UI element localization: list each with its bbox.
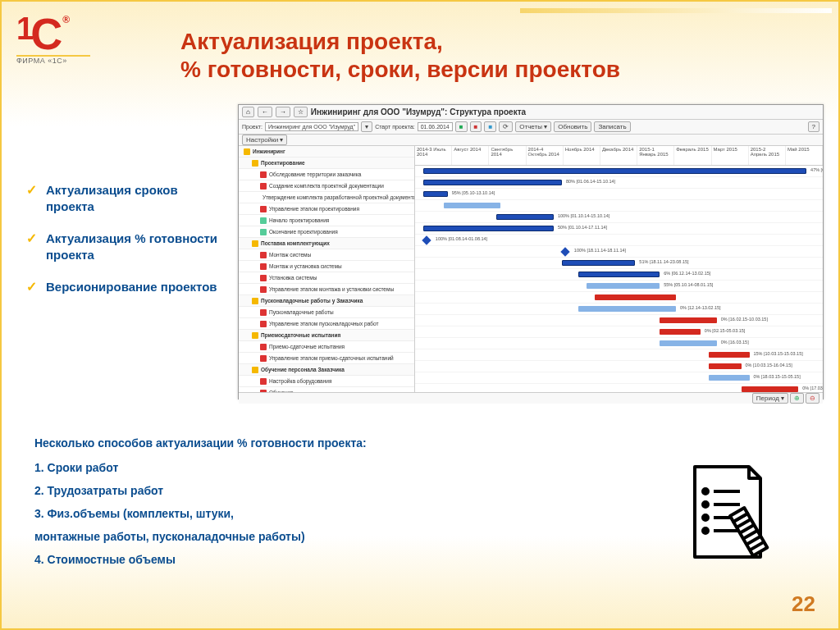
bottom-item: 4. Стоимостные объемы xyxy=(34,553,494,566)
gantt-bar[interactable] xyxy=(423,191,448,197)
bullet-item: Актуализация % готовности проекта xyxy=(26,231,223,262)
task-row[interactable]: Проектирование xyxy=(239,158,414,169)
task-name: Утверждение комплекта разработанной прое… xyxy=(262,194,414,200)
task-row[interactable]: Поставка комплектующих xyxy=(239,238,414,249)
task-name: Управление этапом монтажа и установки си… xyxy=(269,286,394,292)
gantt-bar[interactable] xyxy=(709,375,750,381)
gantt-bar[interactable] xyxy=(423,168,806,174)
tool-icon[interactable]: ⟳ xyxy=(499,121,513,132)
task-row[interactable]: Пусконаладочные работы у Заказчика xyxy=(239,295,414,307)
gantt-row: 100% [18.11.14-18.11.14] xyxy=(415,246,823,258)
reports-link[interactable]: Отчеты ▾ xyxy=(515,121,551,132)
task-row[interactable]: Настройка оборудования xyxy=(239,376,414,387)
doc-icon xyxy=(260,321,267,327)
slide-title: Актуализация проекта, % готовности, срок… xyxy=(180,28,620,83)
bullet-item: Актуализация сроков проекта xyxy=(26,182,223,214)
tool-icon[interactable]: ■ xyxy=(484,121,496,132)
gantt-bar[interactable] xyxy=(660,329,701,335)
node-icon xyxy=(260,217,267,224)
gantt-bar[interactable] xyxy=(444,203,501,208)
gantt-bar[interactable] xyxy=(709,352,750,358)
window-title: Инжиниринг для ООО "Изумруд": Структура … xyxy=(311,107,526,116)
milestone-icon[interactable] xyxy=(560,247,569,256)
task-row[interactable]: Создание комплекта проектной документаци… xyxy=(239,180,414,192)
gantt-bar[interactable] xyxy=(660,317,717,323)
task-name: Окончание проектирования xyxy=(269,229,338,235)
task-row[interactable]: Управление этапом проектирования xyxy=(239,203,414,215)
settings-link[interactable]: Настройки ▾ xyxy=(242,135,287,145)
task-name: Приемосдаточные испытания xyxy=(261,332,340,338)
zoom-in-icon[interactable]: ⊕ xyxy=(790,393,804,404)
task-row[interactable]: Окончание проектирования xyxy=(239,226,414,238)
month-column: 2014-3 Июль 2014 xyxy=(415,146,452,165)
help-icon[interactable]: ? xyxy=(808,121,819,132)
bar-label: 55% [05.10.14-08.01.15] xyxy=(664,282,713,287)
task-row[interactable]: Начало проектирования xyxy=(239,215,414,226)
task-row[interactable]: Обучение персонала Заказчика xyxy=(239,364,414,376)
tool-icon[interactable]: ■ xyxy=(470,121,482,132)
gantt-bar[interactable] xyxy=(578,272,660,277)
task-row[interactable]: Управление этапом монтажа и установки си… xyxy=(239,284,414,295)
gantt-bar[interactable] xyxy=(709,363,742,369)
month-column: Август 2014 xyxy=(452,146,489,165)
month-column: 2015-2 Апрель 2015 xyxy=(749,146,786,165)
task-row[interactable]: Обучение xyxy=(239,387,414,392)
gantt-bar[interactable] xyxy=(742,386,799,392)
save-link[interactable]: Записать xyxy=(594,121,630,132)
gantt-bar[interactable] xyxy=(578,306,676,312)
gantt-bar[interactable] xyxy=(423,180,562,185)
title-line-1: Актуализация проекта, xyxy=(180,28,620,56)
forward-icon[interactable]: → xyxy=(276,107,290,117)
task-row[interactable]: Обследование территории заказчика xyxy=(239,169,414,180)
bar-label: 100% [01.08.14-01.08.14] xyxy=(436,236,487,241)
task-row[interactable]: Пусконаладочные работы xyxy=(239,307,414,318)
gantt-bar[interactable] xyxy=(587,283,660,289)
gantt-bar[interactable] xyxy=(496,214,554,220)
gantt-bar[interactable] xyxy=(423,226,554,231)
gantt-chart: 2014-3 Июль 2014Август 2014Сентябрь 2014… xyxy=(415,146,823,392)
doc-icon xyxy=(260,206,267,212)
tool-icon[interactable]: ■ xyxy=(455,121,468,132)
task-row[interactable]: Приемо-сдаточные испытания xyxy=(239,341,414,353)
task-row[interactable]: Установка системы xyxy=(239,272,414,284)
month-column: Март 2015 xyxy=(712,146,749,165)
svg-point-2 xyxy=(703,502,708,507)
gantt-row xyxy=(415,292,823,304)
gantt-bar[interactable] xyxy=(595,294,676,300)
gantt-bar[interactable] xyxy=(562,260,635,266)
dropdown-icon[interactable]: ▾ xyxy=(361,121,372,132)
task-row[interactable]: Монтаж и установка системы xyxy=(239,261,414,272)
task-row[interactable]: Управление этапом пусконаладочных работ xyxy=(239,318,414,330)
task-row[interactable]: Приемосдаточные испытания xyxy=(239,330,414,341)
refresh-link[interactable]: Обновить xyxy=(554,121,591,132)
settings-bar: Настройки ▾ xyxy=(239,135,823,146)
bar-label: 80% [01.06.14-15.10.14] xyxy=(566,179,615,184)
doc-icon xyxy=(260,275,267,281)
task-name: Начало проектирования xyxy=(269,217,329,223)
period-button[interactable]: Период ▾ xyxy=(752,393,788,404)
gantt-row: 0% [10.03.15-16.04.15] xyxy=(415,361,823,372)
project-name-field[interactable]: Инжиниринг для ООО "Изумруд" xyxy=(265,122,358,131)
task-name: Пусконаладочные работы xyxy=(269,309,334,315)
bar-label: 50% [01.10.14-17.11.14] xyxy=(558,225,607,230)
zoom-out-icon[interactable]: ⊖ xyxy=(806,393,819,404)
back-icon[interactable]: ← xyxy=(258,107,272,117)
svg-point-4 xyxy=(703,515,708,520)
task-row[interactable]: Инжиниринг xyxy=(239,146,414,158)
bottom-text-block: Несколько способов актуализации % готовн… xyxy=(34,436,494,576)
star-icon[interactable]: ☆ xyxy=(294,107,308,117)
bar-label: 6% [06.12.14-13.02.15] xyxy=(664,271,710,276)
gantt-row: 6% [06.12.14-13.02.15] xyxy=(415,269,823,281)
start-date-field[interactable]: 01.06.2014 xyxy=(418,122,453,131)
home-icon[interactable]: ⌂ xyxy=(242,107,254,117)
task-row[interactable]: Монтаж системы xyxy=(239,249,414,261)
milestone-icon[interactable] xyxy=(422,235,431,244)
bar-label: 0% [02.15-05.03.15] xyxy=(705,328,746,333)
doc-icon xyxy=(260,309,267,316)
bar-label: 15% [10.03.15-15.03.15] xyxy=(754,351,803,356)
task-row[interactable]: Утверждение комплекта разработанной прое… xyxy=(239,192,414,203)
gantt-bar[interactable] xyxy=(660,340,717,346)
month-column: 2015-1 Январь 2015 xyxy=(637,146,674,165)
task-row[interactable]: Управление этапом приемо-сдаточных испыт… xyxy=(239,353,414,364)
doc-icon xyxy=(260,263,267,270)
